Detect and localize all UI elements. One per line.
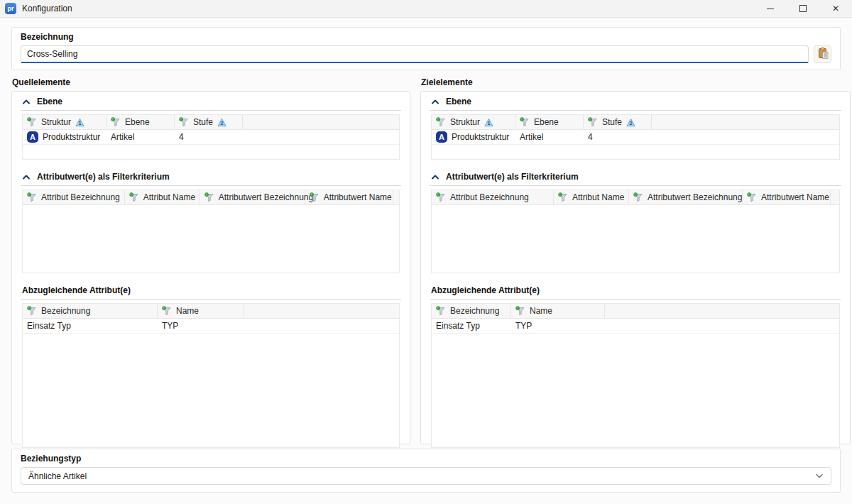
- column-header-label: Ebene: [125, 117, 150, 127]
- column-header-label: Ebene: [534, 117, 559, 127]
- column-header-struktur[interactable]: Struktur 1: [432, 115, 515, 129]
- table-row[interactable]: Einsatz Typ TYP: [23, 319, 399, 334]
- column-header-attributwert-name[interactable]: Attributwert Name: [305, 190, 393, 204]
- filter-icon[interactable]: [633, 192, 643, 202]
- window-controls: ✕: [754, 0, 852, 17]
- column-header-label: Name: [530, 306, 552, 316]
- column-header-label: Struktur: [450, 117, 480, 127]
- collapse-chevron-icon[interactable]: [431, 99, 439, 105]
- column-header-name[interactable]: Name: [158, 304, 244, 318]
- filter-icon[interactable]: [27, 192, 37, 202]
- bezeichnung-label: Bezeichnung: [21, 32, 831, 42]
- column-header-attributwert-bezeichnung[interactable]: Attributwert Bezeichnung: [629, 190, 743, 204]
- beziehungstyp-dropdown[interactable]: Ähnliche Artikel: [21, 467, 831, 485]
- target-ebene-section: Ebene Struktur 1: [430, 94, 841, 160]
- cell-name: TYP: [515, 321, 532, 331]
- source-panel-box: Ebene Struktur 1: [11, 91, 410, 444]
- column-header-attributwert-name[interactable]: Attributwert Name: [743, 190, 831, 204]
- filter-icon[interactable]: [179, 117, 189, 127]
- column-header-empty: [244, 304, 399, 318]
- filter-icon[interactable]: [27, 117, 37, 127]
- collapse-chevron-icon[interactable]: [431, 174, 439, 180]
- filter-icon[interactable]: [27, 306, 37, 316]
- close-button[interactable]: ✕: [819, 0, 852, 17]
- target-filter-table: Attribut Bezeichnung Attribut Name Attri…: [431, 190, 840, 273]
- filter-icon[interactable]: [162, 306, 172, 316]
- minimize-button[interactable]: [754, 0, 787, 17]
- dropdown-selected-value: Ähnliche Artikel: [28, 471, 87, 481]
- bezeichnung-input[interactable]: [21, 45, 809, 63]
- table-row[interactable]: A Produktstruktur Artikel 4: [23, 130, 399, 145]
- column-header-label: Bezeichnung: [450, 306, 499, 316]
- filter-icon[interactable]: [588, 117, 598, 127]
- filter-icon[interactable]: [111, 117, 121, 127]
- filter-icon[interactable]: [747, 192, 757, 202]
- column-header-attribut-name[interactable]: Attribut Name: [125, 190, 200, 204]
- filter-icon[interactable]: [129, 192, 139, 202]
- filter-icon[interactable]: [558, 192, 568, 202]
- filter-icon[interactable]: [436, 306, 446, 316]
- filter-icon[interactable]: [436, 117, 446, 127]
- beziehungstyp-label: Beziehungstyp: [21, 454, 831, 464]
- target-panel-box: Ebene Struktur 1: [420, 91, 851, 444]
- column-header-attributwert-bezeichnung[interactable]: Attributwert Bezeichnung: [200, 190, 305, 204]
- struktur-type-icon: A: [436, 131, 447, 143]
- column-header-bezeichnung[interactable]: Bezeichnung: [23, 304, 158, 318]
- minimize-icon: [767, 9, 774, 9]
- sort-order-icon: 2: [626, 118, 635, 127]
- column-header-label: Attribut Name: [143, 192, 195, 202]
- column-header-empty: [243, 115, 399, 129]
- target-attributes-section: Abzugleichende Attribut(e) Bezeichnung: [430, 283, 841, 448]
- column-header-stufe[interactable]: Stufe 2: [584, 115, 652, 129]
- table-row[interactable]: A Produktstruktur Artikel 4: [432, 130, 839, 145]
- filter-icon[interactable]: [204, 192, 214, 202]
- maximize-button[interactable]: [787, 0, 819, 17]
- bezeichnung-group: Bezeichnung: [11, 27, 841, 70]
- column-header-name[interactable]: Name: [511, 304, 605, 318]
- source-panel-title: Quellelemente: [12, 77, 410, 87]
- sort-order-icon: 2: [217, 118, 226, 127]
- cell-bezeichnung: Einsatz Typ: [27, 321, 71, 331]
- filter-icon[interactable]: [520, 117, 530, 127]
- target-panel-title: Zielelemente: [421, 77, 851, 87]
- filter-icon[interactable]: [310, 192, 320, 202]
- column-header-label: Stufe: [602, 117, 622, 127]
- column-header-attribut-bezeichnung[interactable]: Attribut Bezeichnung: [432, 190, 554, 204]
- target-attributes-table: Bezeichnung Name Einsatz Typ TYP: [431, 303, 840, 448]
- maximize-icon: [799, 5, 807, 12]
- sort-order-icon: 1: [75, 118, 84, 127]
- source-attributes-section: Abzugleichende Attribut(e) Bezeichnung: [21, 283, 401, 448]
- source-filter-table: Attribut Bezeichnung Attribut Name Attri…: [22, 190, 400, 273]
- column-header-label: Attributwert Bezeichnung: [219, 192, 313, 202]
- collapse-chevron-icon[interactable]: [22, 99, 31, 105]
- column-header-ebene[interactable]: Ebene: [106, 115, 175, 129]
- column-header-struktur[interactable]: Struktur 1: [23, 115, 106, 129]
- column-header-label: Attributwert Bezeichnung: [648, 192, 742, 202]
- chevron-down-icon: [815, 473, 824, 479]
- close-icon: ✕: [832, 4, 839, 13]
- target-ebene-table: Struktur 1 Ebene Stufe: [431, 114, 840, 160]
- configuration-window: pr Konfiguration ✕ Bezeichnung: [0, 0, 852, 504]
- column-header-label: Stufe: [193, 117, 213, 127]
- target-filter-section: Attributwert(e) als Filterkriterium Attr…: [430, 169, 841, 273]
- column-header-label: Bezeichnung: [41, 306, 90, 316]
- source-filter-section: Attributwert(e) als Filterkriterium Attr…: [21, 169, 401, 273]
- struktur-type-icon: A: [27, 131, 38, 143]
- source-ebene-section: Ebene Struktur 1: [21, 94, 401, 160]
- section-title: Abzugleichende Attribut(e): [431, 285, 540, 295]
- column-header-attribut-name[interactable]: Attribut Name: [554, 190, 629, 204]
- paste-button[interactable]: [814, 45, 831, 63]
- column-header-bezeichnung[interactable]: Bezeichnung: [432, 304, 511, 318]
- section-title: Attributwert(e) als Filterkriterium: [37, 172, 170, 182]
- cell-struktur: Produktstruktur: [43, 132, 100, 142]
- filter-icon[interactable]: [436, 192, 446, 202]
- section-title: Abzugleichende Attribut(e): [22, 285, 131, 295]
- column-header-stufe[interactable]: Stufe 2: [175, 115, 243, 129]
- section-title: Ebene: [37, 97, 62, 106]
- collapse-chevron-icon[interactable]: [22, 174, 31, 180]
- column-header-ebene[interactable]: Ebene: [515, 115, 584, 129]
- filter-icon[interactable]: [515, 306, 525, 316]
- cell-bezeichnung: Einsatz Typ: [436, 321, 480, 331]
- column-header-attribut-bezeichnung[interactable]: Attribut Bezeichnung: [23, 190, 125, 204]
- table-row[interactable]: Einsatz Typ TYP: [432, 319, 839, 334]
